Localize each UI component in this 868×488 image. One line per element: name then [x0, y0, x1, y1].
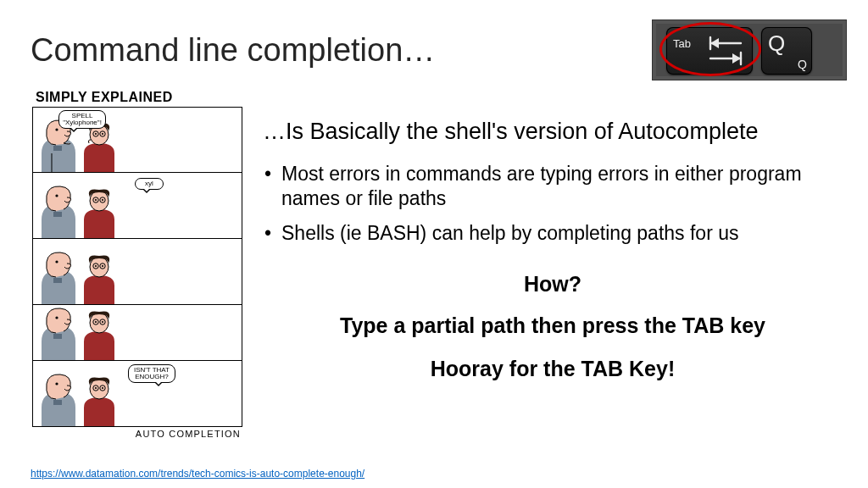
bullet-item: Shells (ie BASH) can help by completing …	[263, 221, 843, 246]
svg-point-20	[95, 265, 97, 267]
svg-point-33	[102, 387, 103, 389]
character-left	[36, 186, 81, 239]
svg-point-28	[55, 382, 58, 385]
tab-key-highlight-ellipse	[659, 22, 761, 76]
svg-point-23	[90, 313, 108, 333]
comic-panel: ISN'T THAT ENOUGH?	[32, 361, 242, 427]
svg-point-29	[90, 379, 108, 399]
comic-panel: xyl	[32, 173, 242, 239]
q-key: Q Q	[761, 27, 812, 75]
character-left	[36, 252, 81, 305]
svg-point-15	[102, 199, 103, 201]
svg-point-10	[55, 194, 58, 197]
character-left	[36, 308, 81, 361]
speech-bubble: SPELL "Xylophone"!	[58, 110, 106, 129]
character-right	[81, 255, 118, 305]
comic-panel: gosse & johan	[32, 239, 242, 305]
character-right	[81, 189, 118, 239]
subheading: …Is Basically the shell's version of Aut…	[263, 119, 843, 145]
speech-bubble: ISN'T THAT ENOUGH?	[128, 364, 175, 383]
svg-point-22	[55, 316, 58, 319]
speech-bubble: xyl	[135, 178, 164, 190]
q-key-big: Q	[768, 30, 785, 57]
comic-panel	[32, 305, 242, 361]
svg-point-9	[102, 133, 103, 135]
character-right	[81, 123, 118, 173]
character-right	[81, 311, 118, 361]
content-area: …Is Basically the shell's version of Aut…	[263, 119, 843, 381]
svg-point-32	[95, 387, 97, 389]
svg-point-16	[55, 260, 58, 263]
svg-point-4	[55, 128, 58, 130]
svg-point-14	[95, 199, 97, 201]
instruction-text: Type a partial path then press the TAB k…	[263, 313, 843, 338]
source-link[interactable]: https://www.datamation.com/trends/tech-c…	[31, 468, 364, 480]
character-right	[81, 377, 118, 427]
svg-point-8	[95, 133, 97, 135]
svg-point-26	[95, 321, 97, 323]
how-heading: How?	[263, 272, 843, 297]
comic-header: SIMPLY EXPLAINED	[32, 90, 242, 105]
slide-title: Command line completion…	[31, 32, 435, 69]
q-key-small: Q	[798, 58, 807, 71]
svg-point-27	[102, 321, 103, 323]
svg-point-17	[90, 257, 108, 277]
svg-point-11	[90, 191, 108, 211]
comic-panel: SPELL "Xylophone"!	[32, 107, 242, 173]
comic-strip: SIMPLY EXPLAINED SPELL "Xylophone"!	[32, 90, 242, 439]
bullet-item: Most errors in commands are typing error…	[263, 162, 843, 211]
hooray-text: Hooray for the TAB Key!	[263, 357, 843, 381]
bullet-list: Most errors in commands are typing error…	[263, 162, 843, 245]
keyboard-keys-image: Tab Q Q	[652, 19, 847, 80]
svg-point-21	[102, 265, 103, 267]
comic-footer: AUTO COMPLETION	[32, 427, 242, 439]
character-left	[36, 374, 81, 427]
